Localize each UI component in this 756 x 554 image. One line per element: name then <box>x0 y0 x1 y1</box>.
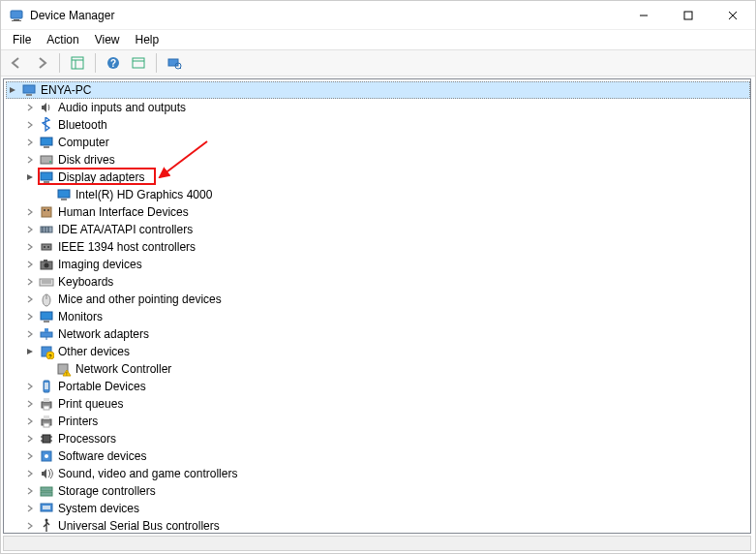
svg-rect-12 <box>133 58 144 68</box>
expander-icon[interactable] <box>23 449 37 463</box>
computer-icon <box>21 82 37 98</box>
tree-category-label: Monitors <box>56 310 105 323</box>
tree-category[interactable]: Mice and other pointing devices <box>6 291 750 308</box>
maximize-button[interactable] <box>666 1 711 30</box>
svg-rect-23 <box>41 172 52 180</box>
toolbar-forward-button[interactable] <box>30 52 53 74</box>
expander-placeholder <box>41 362 54 376</box>
toolbar-showhidden-button[interactable] <box>127 52 150 74</box>
svg-rect-0 <box>11 11 22 18</box>
tree-category[interactable]: Audio inputs and outputs <box>6 99 750 116</box>
tree-category[interactable]: Human Interface Devices <box>6 203 750 221</box>
expander-icon[interactable] <box>23 502 37 515</box>
expander-icon[interactable] <box>23 432 37 446</box>
tree-category[interactable]: Keyboards <box>6 273 750 291</box>
expander-icon[interactable] <box>23 397 37 411</box>
tree-category[interactable]: Printers <box>6 413 750 430</box>
printer-icon <box>39 396 54 412</box>
expander-icon[interactable] <box>23 519 37 533</box>
tree-category-label: Storage controllers <box>56 484 158 498</box>
expander-icon[interactable] <box>23 292 37 306</box>
expander-icon[interactable] <box>23 101 37 114</box>
menu-help[interactable]: Help <box>128 31 167 48</box>
svg-line-16 <box>180 68 181 69</box>
tree-category[interactable]: Universal Serial Bus controllers <box>6 517 750 534</box>
menu-file[interactable]: File <box>5 31 39 48</box>
menu-action[interactable]: Action <box>39 31 86 48</box>
tree-category[interactable]: Processors <box>6 430 750 447</box>
tree-category[interactable]: Portable Devices <box>6 378 750 395</box>
tree-category[interactable]: Storage controllers <box>6 482 750 500</box>
expander-icon[interactable] <box>23 467 37 480</box>
svg-rect-39 <box>44 260 47 262</box>
minimize-button[interactable] <box>621 1 666 30</box>
expander-icon[interactable] <box>23 345 37 358</box>
toolbar-separator <box>95 53 96 73</box>
tree-category[interactable]: IEEE 1394 host controllers <box>6 238 750 256</box>
ide-icon <box>39 222 54 237</box>
expander-icon[interactable] <box>23 118 37 132</box>
tree-category[interactable]: Computer <box>6 134 750 151</box>
expander-icon[interactable] <box>23 327 37 341</box>
tree-device[interactable]: Intel(R) HD Graphics 4000 <box>6 186 750 203</box>
expander-icon[interactable] <box>23 153 37 167</box>
tree-category[interactable]: ?Other devices <box>6 343 750 360</box>
tree-category[interactable]: Bluetooth <box>6 116 750 134</box>
expander-icon[interactable] <box>23 240 37 254</box>
expander-icon[interactable] <box>6 83 19 97</box>
monitor-icon <box>39 309 54 324</box>
hid-icon <box>39 204 54 220</box>
window-title: Device Manager <box>30 9 114 22</box>
tree-category[interactable]: Print queues <box>6 395 750 413</box>
tree-category[interactable]: Network adapters <box>6 325 750 343</box>
expander-icon[interactable] <box>23 275 37 289</box>
tree-root[interactable]: ENYA-PC <box>6 81 750 99</box>
storage-icon <box>39 483 54 499</box>
expander-icon[interactable] <box>23 258 37 271</box>
tree-category-label: Disk drives <box>56 153 117 167</box>
expander-icon[interactable] <box>23 170 37 184</box>
tree-category[interactable]: Software devices <box>6 447 750 465</box>
tree-category-label: IDE ATA/ATAPI controllers <box>56 223 195 236</box>
menu-view[interactable]: View <box>87 31 128 48</box>
tree-category[interactable]: Imaging devices <box>6 256 750 273</box>
bluetooth-icon <box>39 117 54 133</box>
back-icon <box>9 55 24 71</box>
toolbar-properties-button[interactable] <box>66 52 89 74</box>
system-icon <box>39 501 54 516</box>
expander-icon[interactable] <box>23 205 37 219</box>
expander-icon[interactable] <box>23 415 37 428</box>
expander-icon[interactable] <box>23 484 37 498</box>
properties-icon <box>70 55 85 71</box>
svg-rect-47 <box>41 332 52 337</box>
tree-category-label: Mice and other pointing devices <box>56 292 224 306</box>
toolbar-back-button[interactable] <box>5 52 28 74</box>
device-tree: ENYA-PC Audio inputs and outputsBluetoot… <box>4 79 750 534</box>
tree-category[interactable]: System devices <box>6 500 750 517</box>
cpu-icon <box>39 431 54 446</box>
svg-rect-7 <box>72 57 83 69</box>
monitor-icon <box>39 135 54 150</box>
toolbar-help-button[interactable]: ? <box>102 52 125 74</box>
monitor-icon <box>56 187 72 202</box>
expander-icon[interactable] <box>23 136 37 149</box>
svg-rect-14 <box>168 59 178 66</box>
tree-category[interactable]: Sound, video and game controllers <box>6 465 750 482</box>
tree-category-label: Print queues <box>56 397 125 411</box>
device-tree-panel[interactable]: ENYA-PC Audio inputs and outputsBluetoot… <box>3 78 751 534</box>
close-button[interactable] <box>711 1 755 30</box>
tree-category[interactable]: Monitors <box>6 308 750 325</box>
tree-device[interactable]: !Network Controller <box>6 360 750 378</box>
expander-icon[interactable] <box>23 310 37 323</box>
expander-icon[interactable] <box>23 223 37 236</box>
toolbar-separator <box>156 53 157 73</box>
expander-icon[interactable] <box>23 380 37 393</box>
portable-icon <box>39 379 54 394</box>
tree-category-label: Bluetooth <box>56 118 109 132</box>
tree-category[interactable]: Disk drives <box>6 151 750 169</box>
tree-category[interactable]: IDE ATA/ATAPI controllers <box>6 221 750 238</box>
toolbar: ? <box>1 49 755 77</box>
sound-icon <box>39 466 54 481</box>
tree-category[interactable]: Display adapters <box>6 169 750 186</box>
toolbar-scan-button[interactable] <box>163 52 186 74</box>
